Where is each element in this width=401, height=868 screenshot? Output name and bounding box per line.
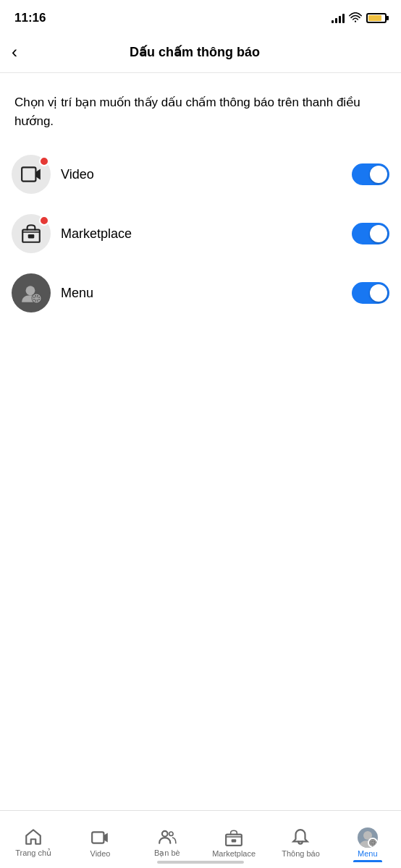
tab-friends[interactable]: Bạn bè xyxy=(134,811,200,862)
menu-toggle[interactable] xyxy=(352,282,389,304)
video-icon-wrap xyxy=(12,155,51,194)
status-time: 11:16 xyxy=(14,11,46,25)
svg-point-0 xyxy=(355,20,356,22)
marketplace-label: Marketplace xyxy=(61,226,352,242)
menu-avatar-icon xyxy=(20,282,42,304)
tab-bar: Trang chủ Video Bạn bè xyxy=(0,810,401,868)
video-label: Video xyxy=(61,167,352,182)
menu-label: Menu xyxy=(61,286,352,301)
toggle-knob xyxy=(370,166,387,183)
signal-icon xyxy=(332,13,345,23)
video-tab-label: Video xyxy=(90,849,111,858)
notification-dot xyxy=(39,156,49,166)
settings-list: Video Marketplace xyxy=(0,145,401,323)
marketplace-tab-label: Marketplace xyxy=(212,849,256,858)
menu-icon-wrap xyxy=(12,273,51,312)
list-item: Video xyxy=(12,145,389,204)
friends-tab-label: Bạn bè xyxy=(154,848,180,858)
marketplace-icon xyxy=(20,223,42,244)
tab-marketplace[interactable]: Marketplace xyxy=(200,811,267,862)
menu-tab-label: Menu xyxy=(358,849,378,858)
toggle-knob xyxy=(370,284,387,302)
notifications-tab-label: Thông báo xyxy=(282,849,320,858)
svg-point-12 xyxy=(162,831,168,837)
menu-tab-icon xyxy=(358,827,378,848)
svg-rect-1 xyxy=(22,167,35,181)
video-icon xyxy=(20,163,42,185)
friends-icon xyxy=(157,827,177,847)
tab-video[interactable]: Video xyxy=(67,811,133,862)
video-toggle[interactable] xyxy=(352,163,389,185)
status-bar: 11:16 xyxy=(0,0,401,32)
bell-icon xyxy=(290,827,311,848)
list-item: Menu xyxy=(12,263,389,323)
svg-rect-4 xyxy=(28,234,35,238)
list-item: Marketplace xyxy=(12,204,389,263)
home-indicator xyxy=(157,861,244,864)
wifi-icon xyxy=(349,12,362,25)
video-tab-icon xyxy=(90,827,110,848)
battery-icon xyxy=(366,13,387,23)
marketplace-toggle[interactable] xyxy=(352,223,389,244)
marketplace-icon-wrap xyxy=(12,214,51,253)
description-text: Chọn vị trí bạn muốn thấy dấu chấm thông… xyxy=(0,73,401,145)
tab-notifications[interactable]: Thông báo xyxy=(267,811,334,862)
marketplace-tab-icon xyxy=(224,827,244,848)
svg-point-5 xyxy=(26,286,35,295)
svg-rect-10 xyxy=(93,832,104,843)
back-button[interactable]: ‹ xyxy=(12,39,23,65)
status-icons xyxy=(332,12,387,25)
toggle-knob xyxy=(370,225,387,242)
home-icon xyxy=(23,827,43,847)
tab-home[interactable]: Trang chủ xyxy=(0,811,67,862)
notification-dot xyxy=(39,216,49,226)
header: ‹ Dấu chấm thông báo xyxy=(0,32,401,73)
home-tab-label: Trang chủ xyxy=(15,848,51,858)
svg-point-13 xyxy=(169,832,173,835)
svg-rect-15 xyxy=(232,839,237,842)
page-title: Dấu chấm thông báo xyxy=(23,44,366,60)
tab-menu[interactable]: Menu xyxy=(334,811,401,862)
